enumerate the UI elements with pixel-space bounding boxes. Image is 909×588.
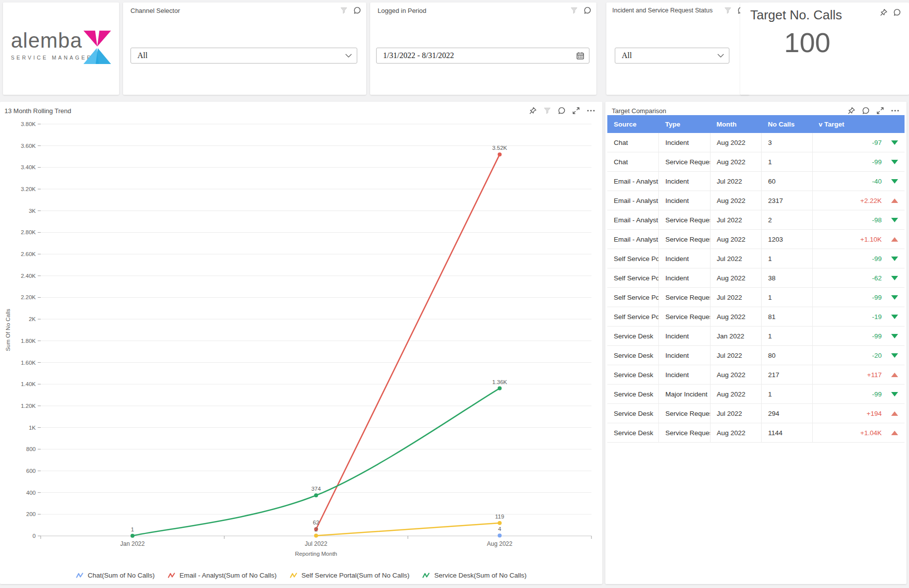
status-filter-dropdown[interactable]: All [615, 48, 729, 64]
cell-month: Aug 2022 [710, 385, 762, 404]
funnel-icon[interactable] [340, 6, 348, 14]
trend-point[interactable] [498, 152, 502, 156]
table-row[interactable]: Service DeskService RequestJul 2022294+1… [607, 404, 905, 423]
triangle-down-icon [891, 257, 898, 261]
triangle-down-icon [891, 276, 898, 280]
cell-v-target: +2.22K [812, 191, 905, 210]
calendar-icon[interactable] [576, 52, 584, 60]
table-header-row: SourceTypeMonthNo Callsv Target [607, 115, 905, 133]
date-range-input[interactable]: 1/31/2022 - 8/31/2022 [376, 48, 589, 64]
cell-month: Aug 2022 [710, 230, 762, 249]
trend-point[interactable] [314, 493, 318, 497]
trend-line [132, 389, 500, 536]
target-comparison-panel: Target Comparison SourceTypeMonthNo Call… [605, 102, 907, 584]
svg-text:3.60K: 3.60K [21, 143, 36, 149]
y-axis-title: Sum Of No Calls [5, 309, 11, 351]
column-header[interactable]: Month [710, 115, 762, 133]
triangle-down-icon [891, 179, 898, 184]
cell-type: Major Incident [659, 385, 711, 404]
legend-item[interactable]: Email - Analyst(Sum of No Calls) [168, 572, 277, 579]
table-row[interactable]: Email - AnalystIncidentAug 20222317+2.22… [607, 191, 905, 210]
table-row[interactable]: Service DeskIncidentJan 20221-99 [607, 327, 905, 346]
cell-v-target: -40 [812, 172, 905, 191]
trend-point[interactable] [130, 534, 134, 538]
speech-bubble-icon[interactable] [584, 6, 591, 14]
data-label: 3.52K [492, 145, 507, 151]
trend-point[interactable] [498, 387, 502, 391]
x-tick-label: Jan 2022 [120, 540, 145, 547]
trend-point[interactable] [498, 521, 502, 525]
ellipsis-icon[interactable] [891, 107, 900, 115]
line-series-icon [168, 572, 176, 579]
triangle-down-icon [891, 218, 898, 222]
cell-v-target: -99 [812, 152, 905, 172]
data-label: 62 [313, 520, 320, 525]
cell-source: Email - Analyst [607, 191, 659, 210]
table-row[interactable]: Email - AnalystIncidentJul 202260-40 [607, 172, 905, 191]
speech-bubble-icon[interactable] [862, 107, 870, 115]
line-series-icon [76, 572, 84, 579]
cell-no_calls: 2 [762, 210, 813, 230]
table-row[interactable]: ChatIncidentAug 20223-97 [607, 133, 905, 152]
kpi-value: 100 [750, 26, 864, 59]
legend-item[interactable]: Service Desk(Sum of No Calls) [422, 572, 526, 579]
cell-no_calls: 80 [762, 346, 813, 365]
table-row[interactable]: Self Service Por...Service RequestAug 20… [607, 307, 905, 327]
table-row[interactable]: Service DeskIncidentAug 2022217+117 [607, 365, 905, 385]
target-comparison-title: Target Comparison [612, 107, 666, 115]
cell-no_calls: 217 [762, 365, 813, 385]
pushpin-icon[interactable] [880, 8, 888, 16]
legend-item[interactable]: Self Service Portal(Sum of No Calls) [290, 572, 410, 579]
column-header[interactable]: v Target [812, 115, 905, 133]
funnel-icon[interactable] [724, 6, 732, 14]
cell-month: Aug 2022 [710, 191, 762, 210]
table-row[interactable]: Service DeskMajor IncidentAug 20221-99 [607, 385, 905, 404]
v-target-value: -97 [872, 139, 882, 146]
cell-type: Incident [659, 133, 711, 152]
triangle-down-icon [891, 295, 898, 300]
date-range-value: 1/31/2022 - 8/31/2022 [377, 51, 454, 60]
channel-selector-dropdown[interactable]: All [130, 48, 357, 64]
expand-icon[interactable] [876, 107, 884, 115]
svg-text:2.80K: 2.80K [21, 229, 36, 235]
funnel-icon[interactable] [570, 6, 578, 14]
cell-month: Jul 2022 [710, 249, 762, 268]
cell-no_calls: 1 [762, 327, 813, 346]
trend-line-chart[interactable]: 02004006008001K1.20K1.40K1.60K1.80K2K2.2… [0, 102, 602, 568]
chevron-down-icon[interactable] [345, 52, 352, 60]
svg-text:1.60K: 1.60K [21, 360, 36, 366]
cell-type: Service Request [659, 210, 711, 230]
table-row[interactable]: Email - AnalystService RequestAug 202212… [607, 230, 905, 249]
trend-point[interactable] [498, 533, 502, 537]
speech-bubble-icon[interactable] [893, 8, 901, 16]
triangle-down-icon [891, 353, 898, 358]
column-header[interactable]: Source [607, 115, 659, 133]
svg-text:400: 400 [26, 490, 36, 496]
table-row[interactable]: Self Service Por...Service RequestJul 20… [607, 288, 905, 307]
cell-source: Email - Analyst [607, 210, 659, 230]
table-row[interactable]: Service DeskService RequestAug 20221144+… [607, 423, 905, 443]
table-row[interactable]: ChatService RequestAug 20221-99 [607, 152, 905, 172]
trend-line [316, 523, 500, 536]
chevron-down-icon[interactable] [717, 52, 724, 60]
cell-source: Email - Analyst [607, 230, 659, 249]
x-axis-title: Reporting Month [295, 551, 337, 557]
table-row[interactable]: Self Service Por...IncidentAug 202238-62 [607, 268, 905, 288]
pushpin-icon[interactable] [847, 107, 855, 115]
v-target-value: -98 [872, 216, 882, 224]
speech-bubble-icon[interactable] [353, 6, 361, 14]
table-row[interactable]: Service DeskIncidentJul 202280-20 [607, 346, 905, 365]
trend-point[interactable] [314, 534, 318, 538]
legend-item[interactable]: Chat(Sum of No Calls) [76, 572, 155, 579]
cell-source: Service Desk [607, 327, 659, 346]
table-row[interactable]: Email - AnalystService RequestJul 20222-… [607, 210, 905, 230]
cell-type: Service Request [659, 230, 711, 249]
cell-v-target: +1.10K [812, 230, 905, 249]
v-target-value: -99 [872, 332, 882, 340]
logged-in-period-card: Logged in Period 1/31/2022 - 8/31/2022 [370, 2, 596, 95]
table-row[interactable]: Self Service Por...IncidentJul 20221-99 [607, 249, 905, 268]
column-header[interactable]: Type [659, 115, 711, 133]
column-header[interactable]: No Calls [762, 115, 813, 133]
v-target-value: +1.04K [860, 429, 882, 437]
cell-type: Incident [659, 365, 711, 385]
